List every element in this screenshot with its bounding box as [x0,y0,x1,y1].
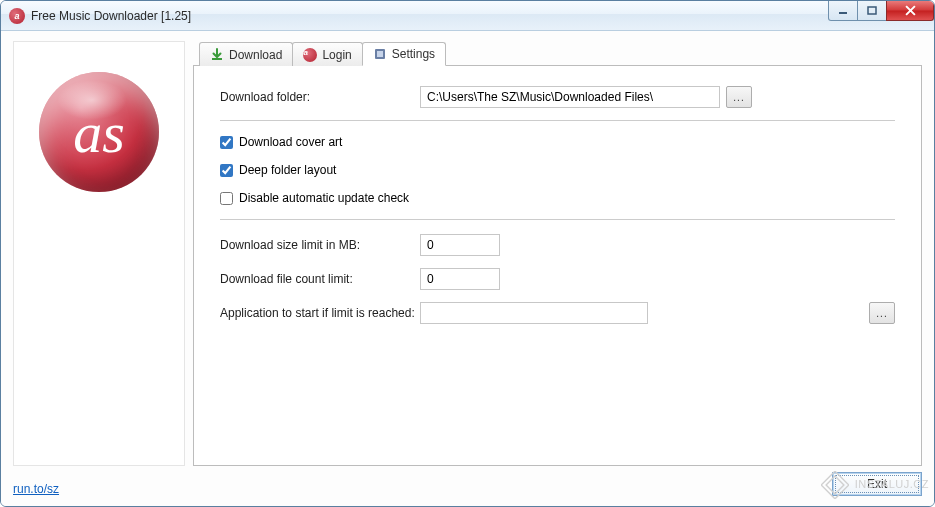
close-button[interactable] [886,1,934,21]
minimize-button[interactable] [828,1,858,21]
tab-settings[interactable]: Settings [362,42,446,66]
browse-app-button[interactable]: ... [869,302,895,324]
window-controls [829,1,934,21]
tab-settings-label: Settings [392,47,435,61]
footer: run.to/sz Exit [13,466,922,496]
separator [220,120,895,121]
minimize-icon [838,6,848,16]
download-folder-row: Download folder: ... [220,86,895,108]
count-limit-row: Download file count limit: [220,268,895,290]
size-limit-label: Download size limit in MB: [220,238,420,252]
cover-art-label: Download cover art [239,135,342,149]
deep-folder-label: Deep folder layout [239,163,336,177]
tab-download-label: Download [229,48,282,62]
tab-download[interactable]: Download [199,42,293,66]
tab-container: Download a Login Settings [193,41,922,466]
download-folder-input[interactable] [420,86,720,108]
close-icon [905,5,916,16]
sidebar-logo-panel: as [13,41,185,466]
svg-rect-4 [377,51,383,57]
lastfm-logo: as [39,72,159,192]
browse-folder-button[interactable]: ... [726,86,752,108]
tab-login[interactable]: a Login [292,42,362,66]
separator [220,219,895,220]
download-folder-label: Download folder: [220,90,420,104]
download-icon [210,48,224,62]
svg-rect-2 [212,58,222,60]
app-window: a Free Music Downloader [1.25] as [0,0,935,507]
tab-login-label: Login [322,48,351,62]
count-limit-label: Download file count limit: [220,272,420,286]
count-limit-input[interactable] [420,268,500,290]
svg-rect-1 [868,7,876,14]
app-start-label: Application to start if limit is reached… [220,306,420,320]
size-limit-row: Download size limit in MB: [220,234,895,256]
settings-icon [373,47,387,61]
window-title: Free Music Downloader [1.25] [31,9,191,23]
login-icon: a [303,48,317,62]
app-start-input[interactable] [420,302,648,324]
size-limit-input[interactable] [420,234,500,256]
footer-link[interactable]: run.to/sz [13,482,59,496]
cover-art-checkbox[interactable] [220,136,233,149]
exit-button[interactable]: Exit [832,472,922,496]
logo-text: as [73,99,125,166]
titlebar[interactable]: a Free Music Downloader [1.25] [1,1,934,31]
app-icon: a [9,8,25,24]
disable-update-label: Disable automatic update check [239,191,409,205]
settings-panel: Download folder: ... Download cover art … [193,65,922,466]
disable-update-checkbox[interactable] [220,192,233,205]
deep-folder-checkbox[interactable] [220,164,233,177]
tab-strip: Download a Login Settings [193,41,922,65]
deep-folder-row: Deep folder layout [220,163,895,177]
disable-update-row: Disable automatic update check [220,191,895,205]
cover-art-row: Download cover art [220,135,895,149]
client-area: as Download a Login [1,31,934,506]
maximize-icon [867,6,877,16]
app-start-row: Application to start if limit is reached… [220,302,895,324]
maximize-button[interactable] [857,1,887,21]
svg-rect-0 [839,12,847,14]
